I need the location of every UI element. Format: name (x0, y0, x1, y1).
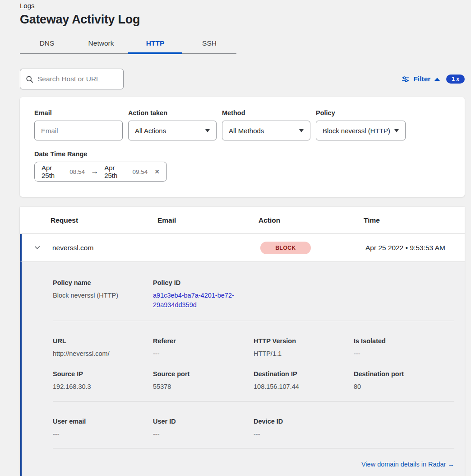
device-id-value: --- (254, 429, 354, 439)
chevron-down-icon (299, 129, 304, 132)
search-box[interactable] (20, 69, 124, 89)
source-ip-label: Source IP (53, 370, 153, 378)
http-version-value: HTTP/1.1 (254, 349, 354, 359)
source-port-label: Source port (153, 370, 254, 378)
action-block-badge: BLOCK (260, 242, 311, 254)
filter-field-action: Action taken All Actions (128, 109, 217, 140)
gateway-activity-log-page: Logs Gateway Activity Log DNS Network HT… (0, 0, 471, 476)
destination-ip-value: 108.156.107.44 (254, 382, 354, 392)
row-detail-panel: Policy name Block neverssl (HTTP) Policy… (20, 261, 465, 476)
filter-panel: Email Action taken All Actions Method Al… (20, 97, 465, 197)
search-icon (26, 75, 33, 83)
tab-http[interactable]: HTTP (128, 34, 182, 53)
action-filter-label: Action taken (128, 109, 217, 117)
row-expand-chevron-icon[interactable] (33, 244, 41, 252)
is-isolated-label: Is Isolated (354, 337, 465, 345)
table-row[interactable]: neverssl.com BLOCK Apr 25 2022 • 9:53:53… (20, 234, 465, 261)
referer-value: --- (153, 349, 254, 359)
policy-name-label: Policy name (53, 279, 153, 286)
start-date[interactable]: Apr 25th (42, 164, 66, 179)
toolbar: Filter 1 x (20, 69, 465, 89)
page-title: Gateway Activity Log (20, 13, 465, 27)
end-time[interactable]: 09:54 (132, 168, 148, 175)
column-header-action: Action (259, 216, 364, 224)
user-detail-row: User email --- User ID --- Device ID --- (53, 418, 465, 439)
destination-ip-label: Destination IP (254, 370, 354, 378)
divider (53, 321, 454, 321)
column-header-time: Time (364, 216, 465, 224)
policy-id-label: Policy ID (153, 279, 254, 286)
column-header-email: Email (157, 216, 259, 224)
user-email-label: User email (53, 418, 153, 425)
referer-label: Referer (153, 337, 254, 345)
policy-id-link[interactable]: a91c3eb4-ba7a-4201-be72-29a934dd359d (153, 291, 243, 310)
search-input[interactable] (37, 75, 118, 83)
source-ip-value: 192.168.30.3 (53, 382, 153, 392)
date-range-picker[interactable]: Apr 25th 08:54 → Apr 25th 09:54 ✕ (34, 162, 167, 182)
tab-ssh[interactable]: SSH (182, 34, 236, 53)
filter-field-method: Method All Methods (222, 109, 310, 140)
end-date[interactable]: Apr 25th (104, 164, 129, 179)
chevron-up-icon (434, 78, 440, 81)
url-label: URL (53, 337, 153, 345)
chevron-down-icon (205, 129, 210, 132)
policy-detail-row: Policy name Block neverssl (HTTP) Policy… (53, 279, 465, 310)
row-request: neverssl.com (52, 244, 159, 252)
filter-field-policy: Policy Block neverssl (HTTP) (316, 109, 406, 140)
right-arrow-icon: → (91, 167, 98, 176)
filter-field-email: Email (34, 109, 123, 140)
network-detail-row: Source IP 192.168.30.3 Source port 55378… (53, 370, 465, 392)
column-header-request: Request (51, 216, 157, 224)
email-filter-label: Email (34, 109, 123, 117)
filter-field-date-range: Date Time Range Apr 25th 08:54 → Apr 25t… (34, 150, 450, 182)
method-filter-value: All Methods (229, 127, 264, 135)
divider (53, 448, 454, 448)
activity-log-table: Request Email Action Time neverssl.com B… (20, 207, 465, 476)
email-filter-input[interactable] (41, 127, 116, 135)
start-time[interactable]: 08:54 (69, 168, 85, 175)
device-id-label: Device ID (254, 418, 354, 425)
policy-filter-value: Block neverssl (HTTP) (323, 127, 390, 135)
action-filter-select[interactable]: All Actions (128, 121, 217, 140)
filter-sliders-icon (402, 75, 409, 83)
source-port-value: 55378 (153, 382, 254, 392)
action-filter-value: All Actions (135, 127, 166, 135)
filter-controls[interactable]: Filter 1 x (402, 75, 465, 84)
user-id-label: User ID (153, 418, 254, 425)
clear-date-range-icon[interactable]: ✕ (154, 168, 160, 175)
destination-port-label: Destination port (354, 370, 465, 378)
policy-filter-label: Policy (316, 109, 406, 117)
user-email-value: --- (53, 429, 153, 439)
view-in-radar-link[interactable]: View domain details in Radar → (361, 461, 454, 468)
tab-dns[interactable]: DNS (20, 34, 74, 53)
method-filter-label: Method (222, 109, 310, 117)
tab-network[interactable]: Network (74, 34, 128, 53)
url-value: http://neverssl.com/ (53, 349, 153, 359)
url-detail-row: URL http://neverssl.com/ Referer --- HTT… (53, 337, 465, 359)
user-id-value: --- (153, 429, 254, 439)
date-range-label: Date Time Range (34, 150, 450, 158)
table-header-row: Request Email Action Time (20, 207, 465, 234)
policy-filter-select[interactable]: Block neverssl (HTTP) (316, 121, 406, 140)
filter-toggle-label[interactable]: Filter (413, 75, 430, 83)
policy-name-value: Block neverssl (HTTP) (53, 291, 153, 300)
breadcrumb[interactable]: Logs (20, 2, 465, 9)
is-isolated-value: --- (354, 349, 465, 359)
row-time: Apr 25 2022 • 9:53:53 AM (365, 244, 465, 252)
divider (53, 401, 454, 401)
filter-count-badge[interactable]: 1 x (446, 75, 465, 84)
log-type-tabs: DNS Network HTTP SSH (20, 34, 236, 54)
http-version-label: HTTP Version (254, 337, 354, 345)
method-filter-select[interactable]: All Methods (222, 121, 310, 140)
destination-port-value: 80 (354, 382, 465, 392)
chevron-down-icon (394, 129, 399, 132)
